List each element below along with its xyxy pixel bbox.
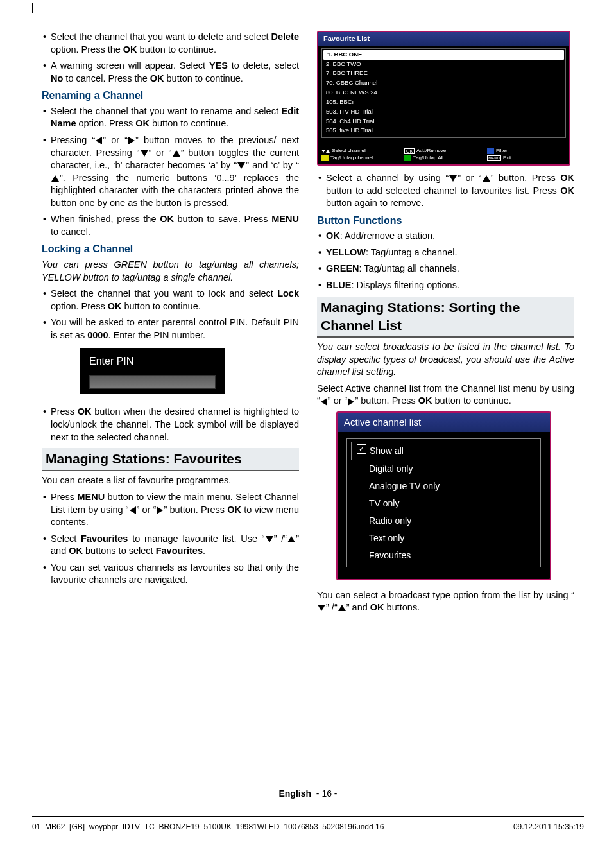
up-arrow-icon	[483, 175, 490, 182]
para: Select Active channel list from the Chan…	[317, 383, 574, 408]
osd-title: Favourite List	[318, 32, 569, 46]
down-arrow-icon	[266, 536, 273, 542]
pin-field	[89, 375, 216, 389]
list-item: Radio only	[347, 512, 540, 530]
down-arrow-icon	[237, 162, 245, 169]
down-arrow-icon	[318, 605, 325, 611]
left-arrow-icon	[321, 398, 327, 406]
left-arrow-icon	[130, 506, 136, 514]
active-channel-list-osd: Active channel list Show all Digital onl…	[336, 411, 551, 580]
para: Select the channel that you want to rena…	[42, 105, 299, 130]
para: OK: Add/remove a station.	[317, 230, 574, 243]
crop-marks: 01_MB62_[GB]_woypbpr_IDTV_TC_BRONZE19_51…	[32, 816, 584, 832]
para: You will be asked to enter parental cont…	[42, 316, 299, 342]
para: BLUE: Displays filtering options.	[317, 279, 574, 292]
list-item: 505. five HD Trial	[322, 126, 565, 135]
list-item: Text only	[347, 530, 540, 547]
para: GREEN: Tag/untag all channels.	[317, 263, 574, 275]
para: Press MENU button to view the main menu.…	[42, 491, 299, 529]
list-item: 503. ITV HD Trial	[322, 107, 565, 117]
heading-button-functions: Button Functions	[317, 214, 574, 228]
para: Select the channel that you want to lock…	[42, 288, 299, 313]
up-arrow-icon	[51, 175, 59, 182]
favourite-list-osd: Favourite List 1. BBC ONE 2. BBC TWO 7. …	[317, 31, 570, 166]
list-item: Digital only	[347, 460, 540, 478]
osd-list: 1. BBC ONE 2. BBC TWO 7. BBC THREE 70. C…	[321, 48, 566, 138]
down-arrow-icon	[141, 150, 148, 157]
list-item: 504. Ch4 HD Trial	[322, 117, 565, 126]
para-italic: You can select broadcasts to be listed i…	[317, 341, 574, 379]
para: Select Favourites to manage favourite li…	[42, 533, 299, 558]
right-arrow-icon	[157, 506, 163, 514]
up-arrow-icon	[173, 150, 180, 157]
osd-options: Show all Digital only Analogue TV only T…	[346, 438, 541, 567]
left-arrow-icon	[96, 137, 102, 144]
right-arrow-icon	[348, 398, 354, 406]
page-footer: English - 16 -	[0, 788, 616, 800]
para: You can select a broadcast type option f…	[317, 589, 574, 614]
para-italic: You can press GREEN button to tag/untag …	[42, 259, 299, 284]
list-item: TV only	[347, 495, 540, 512]
para: Select the channel that you want to dele…	[42, 31, 299, 56]
list-item: 70. CBBC Channel	[322, 78, 565, 88]
list-item: Favourites	[347, 547, 540, 564]
enter-pin-osd: Enter PIN	[80, 348, 225, 394]
down-arrow-icon	[449, 175, 457, 182]
para: Select a channel by using “” or “” butto…	[317, 172, 574, 210]
osd-footer: Select channel Tag/Untag channel OKAdd/R…	[321, 146, 566, 163]
timestamp: 09.12.2011 15:35:19	[513, 822, 584, 832]
source-file: 01_MB62_[GB]_woypbpr_IDTV_TC_BRONZE19_51…	[32, 822, 384, 832]
heading-sorting: Managing Stations: Sorting the Channel L…	[317, 297, 574, 338]
right-column: Favourite List 1. BBC ONE 2. BBC TWO 7. …	[317, 31, 574, 618]
heading-lock: Locking a Channel	[42, 242, 299, 256]
para: When finished, press the OK button to sa…	[42, 213, 299, 238]
para: Pressing “” or “” button moves to the pr…	[42, 134, 299, 209]
enter-pin-label: Enter PIN	[89, 354, 216, 368]
list-item: 105. BBCi	[322, 98, 565, 107]
heading-favourites: Managing Stations: Favourites	[42, 448, 299, 471]
osd-title: Active channel list	[338, 413, 550, 432]
para: Press OK button when the desired channel…	[42, 406, 299, 444]
para: A warning screen will appear. Select YES…	[42, 60, 299, 85]
para: You can set various channels as favourit…	[42, 562, 299, 587]
up-arrow-icon	[287, 536, 295, 542]
para: You can create a list of favourite progr…	[42, 474, 299, 487]
list-item: 80. BBC NEWS 24	[322, 88, 565, 98]
heading-rename: Renaming a Channel	[42, 89, 299, 103]
right-arrow-icon	[128, 137, 135, 144]
list-item: 7. BBC THREE	[322, 69, 565, 78]
list-item: 2. BBC TWO	[322, 60, 565, 69]
list-item: Show all	[351, 442, 536, 460]
list-item: Analogue TV only	[347, 478, 540, 495]
list-item: 1. BBC ONE	[323, 50, 564, 60]
up-arrow-icon	[338, 605, 346, 611]
para: YELLOW: Tag/untag a channel.	[317, 247, 574, 259]
left-column: Select the channel that you want to dele…	[42, 31, 299, 618]
